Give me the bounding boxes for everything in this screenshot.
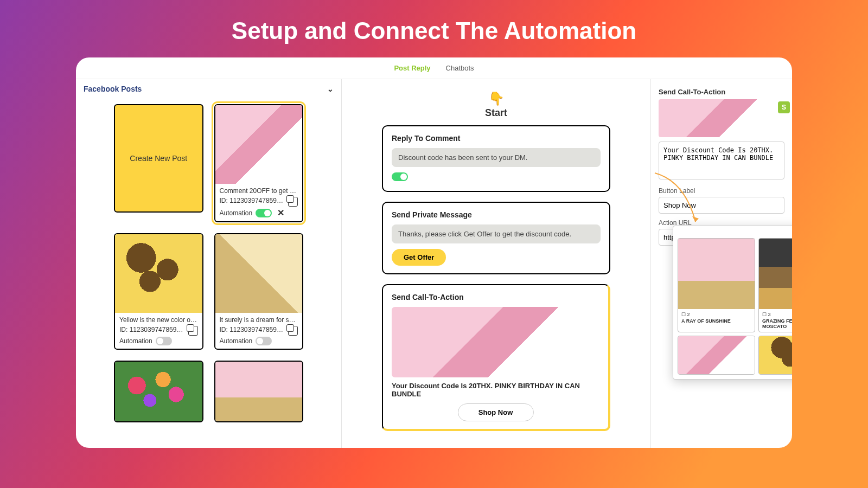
post-card[interactable]: Comment 20OFF to get the …ID: 1123039747… [214,104,304,222]
product-card[interactable] [758,336,792,375]
product-name: A RAY OF SUNSHINE [681,318,751,324]
tab-post-reply[interactable]: Post Reply [394,64,430,72]
product-thumbnail [759,336,792,374]
reply-to-comment-card: Reply To Comment Discount code has been … [382,125,610,192]
product-card[interactable]: ☐ 2A RAY OF SUNSHINE [678,238,755,332]
posts-column: Facebook Posts ⌄ Create New PostComment … [76,79,342,448]
cta-config-image[interactable]: S [659,99,784,137]
button-label-label: Button Label [659,187,784,195]
send-pm-card: Send Private Message Thanks, please clic… [382,202,610,274]
reply-toggle[interactable] [392,172,408,181]
send-cta-card: Send Call-To-Action Your Discount Code I… [382,284,610,431]
post-card[interactable]: It surely is a dream for som…ID: 1123039… [214,233,304,350]
product-index: ☐ 2 [681,312,751,317]
post-thumbnail [215,362,303,421]
reply-message[interactable]: Discount code has been sent to your DM. [392,148,601,167]
product-index: ☐ 3 [762,312,792,317]
post-caption: It surely is a dream for som… [220,316,298,324]
cta-title: Send Call-To-Action [392,293,599,301]
tabs: Post Reply Chatbots [76,57,792,79]
product-thumbnail [759,239,792,309]
app-panel: Post Reply Chatbots Facebook Posts ⌄ Cre… [76,57,792,448]
automation-label: Automation [220,337,253,345]
button-label-input[interactable] [659,197,784,214]
post-id: ID: 112303974785969… [220,326,285,333]
post-id: ID: 112303974785969… [220,197,285,204]
product-card[interactable]: ☐ 3GRAZING FESTIVE BOX WITH MOSCATO [758,238,792,332]
post-card[interactable] [214,361,304,422]
post-thumbnail [115,234,202,313]
shopify-icon[interactable]: S [778,101,790,113]
chevron-down-icon: ⌄ [327,85,334,93]
automation-toggle[interactable] [256,337,272,345]
automation-toggle[interactable] [256,209,272,217]
pm-message[interactable]: Thanks, please click Get Offer to get th… [392,224,601,243]
cta-config-title: Send Call-To-Action [659,88,784,96]
get-offer-button[interactable]: Get Offer [392,249,446,266]
cta-text: Your Discount Code Is 20THX. PINKY BIRTH… [392,382,599,398]
post-id: ID: 112303974785969… [119,326,185,333]
automation-toggle[interactable] [156,337,172,345]
copy-icon[interactable] [288,326,298,336]
product-thumbnail [678,239,755,309]
post-thumbnail [215,234,303,313]
cta-image [392,307,599,377]
product-name: GRAZING FESTIVE BOX WITH MOSCATO [762,318,792,329]
posts-header[interactable]: Facebook Posts ⌄ [76,79,341,99]
start-label: Start [353,107,640,119]
pointer-down-icon: 👇 [353,91,640,106]
cta-message-input[interactable]: Your Discount Code Is 20THX. PINKY BIRTH… [659,142,784,179]
post-card[interactable]: Yellow is the new color of lov…ID: 11230… [114,233,203,350]
copy-icon[interactable] [188,326,198,336]
pm-title: Send Private Message [392,210,601,219]
post-thumbnail [215,105,303,184]
automation-label: Automation [220,209,253,217]
flow-column: 👇 Start Reply To Comment Discount code h… [342,79,651,448]
automation-label: Automation [119,337,152,345]
post-caption: Yellow is the new color of lov… [119,316,198,324]
post-caption: Comment 20OFF to get the … [220,187,298,195]
product-picker-popup: ✕ ☐ 2A RAY OF SUNSHINE☐ 3GRAZING FESTIVE… [673,226,792,380]
post-card[interactable] [114,361,203,422]
shop-now-button[interactable]: Shop Now [458,403,534,421]
create-new-post-button[interactable]: Create New Post [114,104,203,213]
copy-icon[interactable] [288,197,298,207]
product-thumbnail [678,336,755,374]
post-thumbnail [115,362,202,421]
close-icon[interactable]: ✕ [277,208,284,218]
product-card[interactable] [678,336,755,375]
page-title: Setup and Connect The Automation [0,0,868,57]
posts-header-label: Facebook Posts [84,85,142,93]
tab-chatbots[interactable]: Chatbots [446,64,474,72]
reply-title: Reply To Comment [392,134,601,143]
